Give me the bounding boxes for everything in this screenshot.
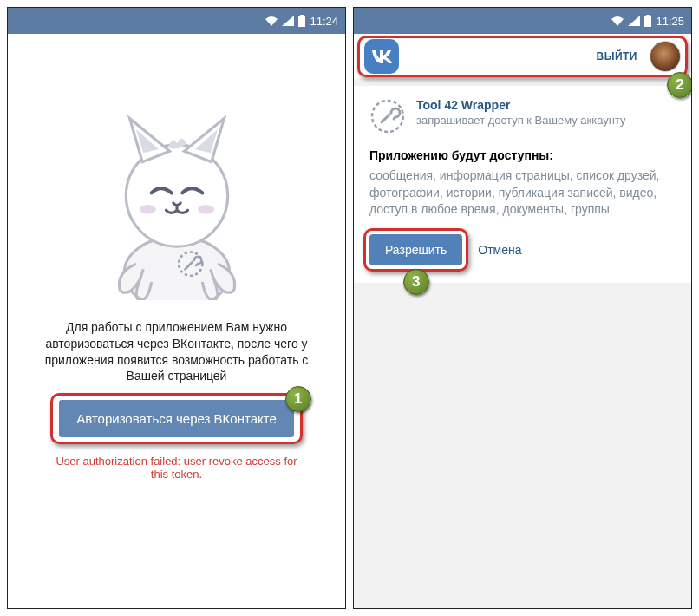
signal-icon [282,16,294,26]
auth-error-message: User authorization failed: user revoke a… [34,455,319,481]
auth-description: Для работы с приложением Вам нужно автор… [34,319,319,385]
callout-badge-3: 3 [403,269,429,295]
permissions-title: Приложению будут доступны: [369,148,676,162]
svg-point-5 [140,205,156,213]
app-name: Tool 42 Wrapper [416,98,626,112]
wrench-icon [369,98,406,134]
wifi-icon [611,16,624,26]
signal-icon [628,16,640,26]
status-bar: 11:24 [8,8,345,34]
wifi-icon [265,16,278,26]
status-time: 11:24 [310,15,338,28]
svg-rect-9 [646,15,650,16]
phone-screen-2: 11:25 ВЫЙТИ 2 Tool 4 [353,7,692,609]
app-info-row: Tool 42 Wrapper запрашивает доступ к Ваш… [369,98,676,134]
allow-button[interactable]: Разрешить [369,234,462,265]
svg-rect-0 [298,16,305,27]
status-time: 11:25 [656,15,684,28]
svg-rect-8 [644,16,651,27]
battery-icon [297,15,306,27]
authorize-vk-button[interactable]: Авторизоваться через ВКонтакте [59,400,294,437]
svg-point-6 [198,205,214,213]
mascot-illustration [86,109,268,300]
status-bar: 11:25 [354,8,691,34]
permissions-list: сообщения, информация страницы, список д… [369,167,676,219]
phone-screen-1: 11:24 [7,7,346,609]
vk-logo-icon [364,39,399,74]
avatar[interactable] [650,41,681,72]
cancel-link[interactable]: Отмена [478,243,521,257]
app-subtitle: запрашивает доступ к Вашему аккаунту [416,114,626,127]
battery-icon [643,15,652,27]
svg-rect-1 [300,15,304,16]
oauth-header: ВЫЙТИ 2 [354,34,691,79]
logout-link[interactable]: ВЫЙТИ [597,50,638,62]
